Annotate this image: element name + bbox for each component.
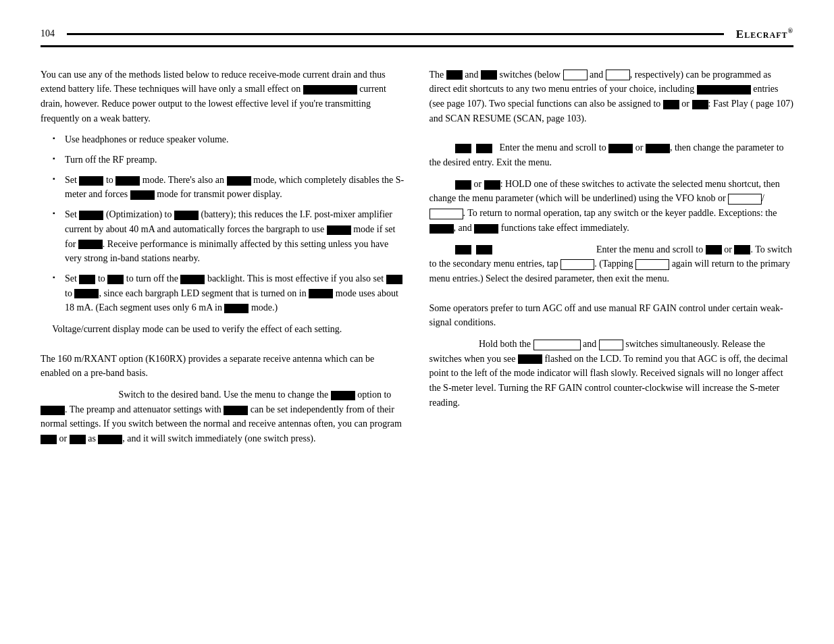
redacted-scroll2 bbox=[646, 144, 670, 153]
enter-menu-para: Enter the menu and scroll to or , then c… bbox=[429, 140, 794, 169]
rxant-detail: Switch to the desired band. Use the menu… bbox=[41, 387, 405, 446]
switch-box-2 bbox=[481, 70, 497, 80]
redacted-st4 bbox=[734, 245, 750, 254]
outline-agc1 bbox=[533, 340, 581, 350]
page-number: 104 bbox=[41, 28, 55, 39]
bullet-item-2: Turn off the RF preamp. bbox=[53, 153, 405, 167]
redacted-as1 bbox=[98, 435, 122, 444]
redacted-scroll1 bbox=[608, 144, 633, 153]
redacted-box-backlight bbox=[180, 275, 205, 284]
left-column: You can use any of the methods listed be… bbox=[41, 68, 405, 453]
redacted-box-forces1 bbox=[130, 190, 155, 200]
redacted-box-to1 bbox=[115, 176, 140, 186]
redacted-st3 bbox=[706, 245, 722, 254]
word-and: and bbox=[465, 70, 478, 80]
redacted-box-1 bbox=[303, 85, 357, 95]
redacted-box-set1 bbox=[79, 176, 103, 186]
redacted-option bbox=[331, 391, 355, 400]
redacted-exc1 bbox=[429, 224, 454, 234]
switches-para: The and switches (below and , respective… bbox=[429, 68, 794, 126]
outline-vfo1 bbox=[728, 194, 762, 205]
redacted-settings bbox=[224, 406, 248, 415]
redacted-st1 bbox=[455, 245, 471, 254]
redacted-assign2 bbox=[692, 100, 708, 109]
header-divider bbox=[67, 33, 724, 35]
redacted-prog1 bbox=[41, 435, 57, 444]
bullet-item-5: Set to to turn off the backlight. This i… bbox=[53, 271, 405, 315]
redacted-box-to3 bbox=[107, 275, 124, 284]
switch-box-1 bbox=[446, 70, 463, 80]
brand-name: Elecraft® bbox=[736, 27, 793, 41]
outline-agc2 bbox=[599, 340, 623, 350]
redacted-box-mode1 bbox=[227, 176, 251, 186]
scroll-to-para: Enter the menu and scroll to or . To swi… bbox=[429, 242, 794, 286]
redacted-assign1 bbox=[663, 100, 679, 109]
redacted-box-set2 bbox=[79, 211, 103, 220]
redacted-box-use1 bbox=[327, 225, 351, 235]
hold-para: or : HOLD one of these switches to activ… bbox=[429, 177, 794, 236]
main-columns: You can use any of the methods listed be… bbox=[41, 68, 793, 453]
agc-detail: Hold both the and switches simultaneousl… bbox=[429, 337, 794, 410]
tips-list: Use headphones or reduce speaker volume.… bbox=[53, 132, 405, 315]
rxant-title: The 160 m/RXANT option (K160RX) provides… bbox=[41, 352, 405, 381]
agc-section: Some operators prefer to turn AGC off an… bbox=[429, 301, 794, 410]
redacted-box-to2 bbox=[174, 211, 199, 220]
redacted-agc1 bbox=[518, 354, 542, 364]
redacted-em2 bbox=[476, 144, 492, 153]
outline-tap1 bbox=[561, 259, 594, 270]
outline-below-1 bbox=[563, 70, 588, 80]
redacted-em1 bbox=[455, 144, 471, 153]
rxant-section: The 160 m/RXANT option (K160RX) provides… bbox=[41, 352, 405, 446]
outline-below-2 bbox=[606, 70, 630, 80]
redacted-prog2 bbox=[70, 435, 86, 444]
voltage-para: Voltage/current display mode can be used… bbox=[41, 322, 405, 337]
redacted-hold2 bbox=[484, 180, 500, 190]
page-header: 104 Elecraft® bbox=[41, 27, 793, 47]
redacted-exc2 bbox=[474, 224, 498, 234]
bullet-item-4: Set (Optimization) to (battery); this re… bbox=[53, 207, 405, 266]
outline-vfo2 bbox=[429, 209, 463, 219]
redacted-box-mode2 bbox=[309, 289, 333, 298]
redacted-hold1 bbox=[455, 180, 471, 190]
redacted-box-mode3 bbox=[224, 304, 249, 313]
bullet-item-1: Use headphones or reduce speaker volume. bbox=[53, 132, 405, 147]
page-container: 104 Elecraft® You can use any of the met… bbox=[0, 0, 834, 644]
redacted-box-to4 bbox=[74, 289, 99, 298]
redacted-to5 bbox=[41, 406, 65, 415]
redacted-st2 bbox=[476, 245, 492, 254]
right-column: The and switches (below and , respective… bbox=[429, 68, 794, 453]
redacted-box-setfor1 bbox=[78, 240, 103, 249]
outline-tap2 bbox=[635, 259, 669, 270]
redacted-box-set4 bbox=[386, 275, 402, 284]
bullet-item-3: Set to mode. There's also an mode, which… bbox=[53, 173, 405, 202]
agc-intro: Some operators prefer to turn AGC off an… bbox=[429, 301, 794, 330]
intro-paragraph: You can use any of the methods listed be… bbox=[41, 68, 405, 126]
redacted-box-set3 bbox=[79, 275, 95, 284]
redacted-entries bbox=[697, 85, 751, 95]
